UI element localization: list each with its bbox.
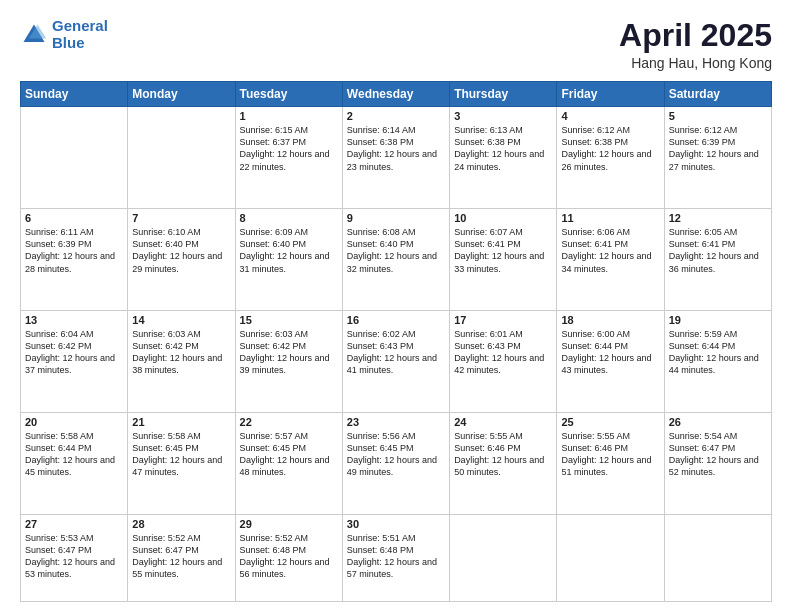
cell-sunrise: Sunrise: 5:59 AMSunset: 6:44 PMDaylight:… — [669, 329, 759, 375]
cell-sunrise: Sunrise: 6:03 AMSunset: 6:42 PMDaylight:… — [240, 329, 330, 375]
calendar-week-row: 6 Sunrise: 6:11 AMSunset: 6:39 PMDayligh… — [21, 209, 772, 311]
table-row — [128, 107, 235, 209]
table-row: 18 Sunrise: 6:00 AMSunset: 6:44 PMDaylig… — [557, 311, 664, 413]
table-row: 5 Sunrise: 6:12 AMSunset: 6:39 PMDayligh… — [664, 107, 771, 209]
col-saturday: Saturday — [664, 82, 771, 107]
table-row: 16 Sunrise: 6:02 AMSunset: 6:43 PMDaylig… — [342, 311, 449, 413]
cell-sunrise: Sunrise: 5:57 AMSunset: 6:45 PMDaylight:… — [240, 431, 330, 477]
calendar-week-row: 20 Sunrise: 5:58 AMSunset: 6:44 PMDaylig… — [21, 413, 772, 515]
logo-line2: Blue — [52, 34, 85, 51]
cell-sunrise: Sunrise: 6:01 AMSunset: 6:43 PMDaylight:… — [454, 329, 544, 375]
cell-sunrise: Sunrise: 5:55 AMSunset: 6:46 PMDaylight:… — [561, 431, 651, 477]
cell-sunrise: Sunrise: 5:52 AMSunset: 6:48 PMDaylight:… — [240, 533, 330, 579]
logo-text: General Blue — [52, 18, 108, 51]
cell-sunrise: Sunrise: 6:05 AMSunset: 6:41 PMDaylight:… — [669, 227, 759, 273]
table-row: 17 Sunrise: 6:01 AMSunset: 6:43 PMDaylig… — [450, 311, 557, 413]
table-row: 26 Sunrise: 5:54 AMSunset: 6:47 PMDaylig… — [664, 413, 771, 515]
header: General Blue April 2025 Hang Hau, Hong K… — [20, 18, 772, 71]
table-row — [557, 514, 664, 601]
cell-sunrise: Sunrise: 6:12 AMSunset: 6:39 PMDaylight:… — [669, 125, 759, 171]
table-row: 12 Sunrise: 6:05 AMSunset: 6:41 PMDaylig… — [664, 209, 771, 311]
table-row: 19 Sunrise: 5:59 AMSunset: 6:44 PMDaylig… — [664, 311, 771, 413]
cell-sunrise: Sunrise: 6:12 AMSunset: 6:38 PMDaylight:… — [561, 125, 651, 171]
table-row: 24 Sunrise: 5:55 AMSunset: 6:46 PMDaylig… — [450, 413, 557, 515]
table-row: 2 Sunrise: 6:14 AMSunset: 6:38 PMDayligh… — [342, 107, 449, 209]
cell-sunrise: Sunrise: 6:11 AMSunset: 6:39 PMDaylight:… — [25, 227, 115, 273]
location: Hang Hau, Hong Kong — [619, 55, 772, 71]
table-row: 6 Sunrise: 6:11 AMSunset: 6:39 PMDayligh… — [21, 209, 128, 311]
table-row: 9 Sunrise: 6:08 AMSunset: 6:40 PMDayligh… — [342, 209, 449, 311]
cell-sunrise: Sunrise: 6:10 AMSunset: 6:40 PMDaylight:… — [132, 227, 222, 273]
calendar-week-row: 13 Sunrise: 6:04 AMSunset: 6:42 PMDaylig… — [21, 311, 772, 413]
table-row: 28 Sunrise: 5:52 AMSunset: 6:47 PMDaylig… — [128, 514, 235, 601]
table-row: 4 Sunrise: 6:12 AMSunset: 6:38 PMDayligh… — [557, 107, 664, 209]
day-number: 12 — [669, 212, 767, 224]
day-number: 28 — [132, 518, 230, 530]
cell-sunrise: Sunrise: 6:13 AMSunset: 6:38 PMDaylight:… — [454, 125, 544, 171]
cell-sunrise: Sunrise: 6:07 AMSunset: 6:41 PMDaylight:… — [454, 227, 544, 273]
cell-sunrise: Sunrise: 6:08 AMSunset: 6:40 PMDaylight:… — [347, 227, 437, 273]
day-number: 26 — [669, 416, 767, 428]
cell-sunrise: Sunrise: 6:15 AMSunset: 6:37 PMDaylight:… — [240, 125, 330, 171]
table-row: 13 Sunrise: 6:04 AMSunset: 6:42 PMDaylig… — [21, 311, 128, 413]
cell-sunrise: Sunrise: 6:09 AMSunset: 6:40 PMDaylight:… — [240, 227, 330, 273]
day-number: 25 — [561, 416, 659, 428]
day-number: 23 — [347, 416, 445, 428]
col-sunday: Sunday — [21, 82, 128, 107]
calendar-table: Sunday Monday Tuesday Wednesday Thursday… — [20, 81, 772, 602]
table-row: 7 Sunrise: 6:10 AMSunset: 6:40 PMDayligh… — [128, 209, 235, 311]
table-row — [664, 514, 771, 601]
day-number: 3 — [454, 110, 552, 122]
day-number: 20 — [25, 416, 123, 428]
logo-line1: General — [52, 17, 108, 34]
col-monday: Monday — [128, 82, 235, 107]
day-number: 7 — [132, 212, 230, 224]
table-row: 15 Sunrise: 6:03 AMSunset: 6:42 PMDaylig… — [235, 311, 342, 413]
calendar-week-row: 1 Sunrise: 6:15 AMSunset: 6:37 PMDayligh… — [21, 107, 772, 209]
logo-icon — [20, 21, 48, 49]
cell-sunrise: Sunrise: 5:58 AMSunset: 6:45 PMDaylight:… — [132, 431, 222, 477]
day-number: 18 — [561, 314, 659, 326]
logo: General Blue — [20, 18, 108, 51]
cell-sunrise: Sunrise: 6:04 AMSunset: 6:42 PMDaylight:… — [25, 329, 115, 375]
table-row: 3 Sunrise: 6:13 AMSunset: 6:38 PMDayligh… — [450, 107, 557, 209]
table-row: 14 Sunrise: 6:03 AMSunset: 6:42 PMDaylig… — [128, 311, 235, 413]
table-row: 29 Sunrise: 5:52 AMSunset: 6:48 PMDaylig… — [235, 514, 342, 601]
cell-sunrise: Sunrise: 6:03 AMSunset: 6:42 PMDaylight:… — [132, 329, 222, 375]
day-number: 5 — [669, 110, 767, 122]
cell-sunrise: Sunrise: 5:52 AMSunset: 6:47 PMDaylight:… — [132, 533, 222, 579]
day-number: 29 — [240, 518, 338, 530]
table-row: 11 Sunrise: 6:06 AMSunset: 6:41 PMDaylig… — [557, 209, 664, 311]
day-number: 14 — [132, 314, 230, 326]
col-tuesday: Tuesday — [235, 82, 342, 107]
col-friday: Friday — [557, 82, 664, 107]
day-number: 8 — [240, 212, 338, 224]
cell-sunrise: Sunrise: 5:58 AMSunset: 6:44 PMDaylight:… — [25, 431, 115, 477]
table-row — [21, 107, 128, 209]
day-number: 6 — [25, 212, 123, 224]
month-title: April 2025 — [619, 18, 772, 53]
table-row: 30 Sunrise: 5:51 AMSunset: 6:48 PMDaylig… — [342, 514, 449, 601]
day-number: 4 — [561, 110, 659, 122]
table-row: 23 Sunrise: 5:56 AMSunset: 6:45 PMDaylig… — [342, 413, 449, 515]
calendar-week-row: 27 Sunrise: 5:53 AMSunset: 6:47 PMDaylig… — [21, 514, 772, 601]
day-number: 30 — [347, 518, 445, 530]
table-row: 8 Sunrise: 6:09 AMSunset: 6:40 PMDayligh… — [235, 209, 342, 311]
table-row: 1 Sunrise: 6:15 AMSunset: 6:37 PMDayligh… — [235, 107, 342, 209]
day-number: 22 — [240, 416, 338, 428]
cell-sunrise: Sunrise: 6:06 AMSunset: 6:41 PMDaylight:… — [561, 227, 651, 273]
cell-sunrise: Sunrise: 5:56 AMSunset: 6:45 PMDaylight:… — [347, 431, 437, 477]
table-row: 10 Sunrise: 6:07 AMSunset: 6:41 PMDaylig… — [450, 209, 557, 311]
table-row — [450, 514, 557, 601]
calendar-header-row: Sunday Monday Tuesday Wednesday Thursday… — [21, 82, 772, 107]
cell-sunrise: Sunrise: 5:55 AMSunset: 6:46 PMDaylight:… — [454, 431, 544, 477]
table-row: 20 Sunrise: 5:58 AMSunset: 6:44 PMDaylig… — [21, 413, 128, 515]
day-number: 9 — [347, 212, 445, 224]
day-number: 2 — [347, 110, 445, 122]
day-number: 21 — [132, 416, 230, 428]
table-row: 25 Sunrise: 5:55 AMSunset: 6:46 PMDaylig… — [557, 413, 664, 515]
col-thursday: Thursday — [450, 82, 557, 107]
col-wednesday: Wednesday — [342, 82, 449, 107]
day-number: 13 — [25, 314, 123, 326]
cell-sunrise: Sunrise: 6:14 AMSunset: 6:38 PMDaylight:… — [347, 125, 437, 171]
